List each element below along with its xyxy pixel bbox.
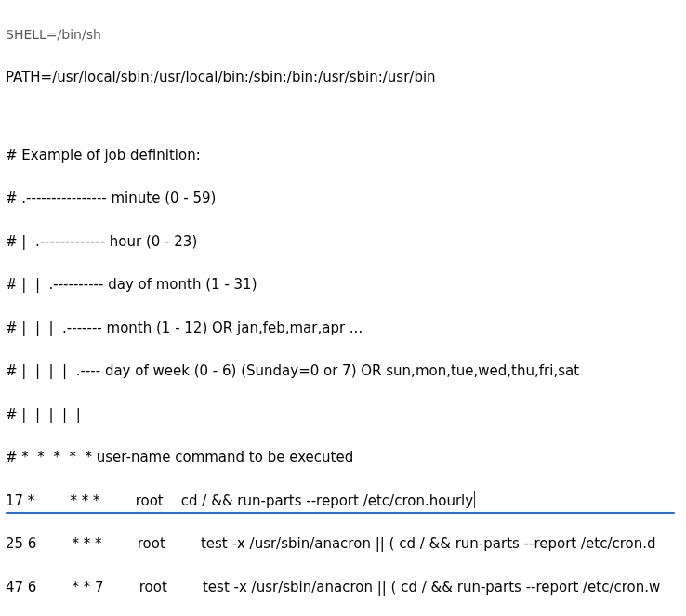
example-dow: # | | | | .---- day of week (0 - 6) (Sun… [6, 360, 680, 382]
example-hour: # | .------------- hour (0 - 23) [6, 231, 680, 253]
shell-line: SHELL=/bin/sh [6, 25, 680, 46]
cron-weekly-line: 47 6 * * 7 root test -x /usr/sbin/anacro… [6, 577, 680, 598]
example-month: # | | | .------- month (1 - 12) OR jan,f… [6, 318, 680, 339]
example-dom: # | | .---------- day of month (1 - 31) [6, 274, 680, 295]
example-bars: # | | | | | [6, 404, 680, 426]
path-line: PATH=/usr/local/sbin:/usr/local/bin:/sbi… [6, 67, 680, 88]
text-cursor [474, 491, 475, 508]
crontab-editor-pane: SHELL=/bin/sh PATH=/usr/local/sbin:/usr/… [0, 0, 686, 616]
example-minute: # .---------------- minute (0 - 59) [6, 188, 680, 209]
cron-daily-line: 25 6 * * * root test -x /usr/sbin/anacro… [6, 533, 680, 555]
example-cmd: # * * * * * user-name command to be exec… [6, 447, 680, 468]
example-heading: # Example of job definition: [6, 145, 680, 166]
cron-hourly-line[interactable]: 17 * * * * root cd / && run-parts --repo… [6, 491, 680, 512]
